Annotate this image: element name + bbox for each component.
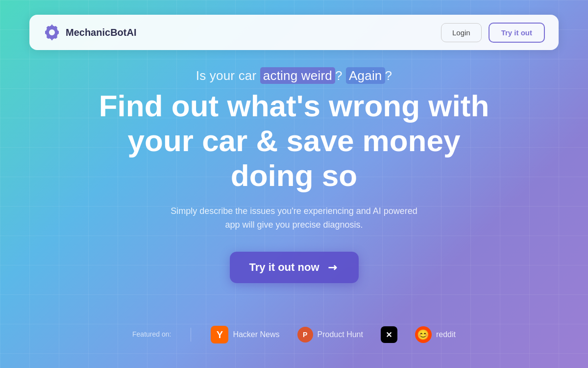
hero-section: Is your car acting weird? Again? Find ou… bbox=[64, 40, 524, 311]
featured-label: Featured on: bbox=[132, 330, 171, 340]
logo-text: MechanicBotAI bbox=[66, 27, 136, 38]
headline-part3: ? bbox=[385, 68, 392, 83]
logo-area: MechanicBotAI bbox=[43, 24, 136, 41]
featured-items: Y Hacker News P Product Hunt ✕ X 😊 reddi… bbox=[211, 326, 456, 343]
main-headline: Find out what's wrong with your car & sa… bbox=[93, 88, 495, 193]
page-container: MechanicBotAI Login Try it out Is your c… bbox=[0, 0, 588, 368]
login-button[interactable]: Login bbox=[441, 23, 482, 42]
headline-weird: acting weird bbox=[260, 67, 335, 84]
reddit-icon: 😊 bbox=[415, 326, 432, 343]
headline-again: Again bbox=[346, 67, 385, 84]
nav-actions: Login Try it out bbox=[441, 23, 545, 43]
cta-label: Try it out now bbox=[249, 261, 319, 274]
featured-bar: Featured on: Y Hacker News P Product Hun… bbox=[132, 326, 456, 368]
headline-part2: ? bbox=[335, 68, 346, 83]
hacker-news-label: Hacker News bbox=[233, 330, 279, 339]
divider bbox=[191, 328, 191, 342]
headline-sub: Is your car acting weird? Again? bbox=[196, 68, 392, 83]
featured-x[interactable]: ✕ X bbox=[381, 326, 397, 343]
subtext: Simply describe the issues you're experi… bbox=[167, 204, 421, 233]
product-hunt-label: Product Hunt bbox=[318, 330, 363, 339]
try-it-out-cta-button[interactable]: Try it out now ↗ bbox=[230, 252, 359, 283]
headline-part1: Is your car bbox=[196, 68, 260, 83]
featured-hacker-news[interactable]: Y Hacker News bbox=[211, 326, 279, 343]
hacker-news-icon: Y bbox=[211, 326, 228, 343]
logo-icon bbox=[43, 24, 61, 41]
featured-product-hunt[interactable]: P Product Hunt bbox=[297, 327, 363, 342]
product-hunt-icon: P bbox=[297, 327, 313, 342]
arrow-icon: ↗ bbox=[322, 258, 342, 277]
featured-reddit[interactable]: 😊 reddit bbox=[415, 326, 456, 343]
reddit-label: reddit bbox=[436, 330, 456, 339]
x-icon: ✕ bbox=[381, 326, 397, 343]
try-it-out-nav-button[interactable]: Try it out bbox=[489, 23, 545, 43]
